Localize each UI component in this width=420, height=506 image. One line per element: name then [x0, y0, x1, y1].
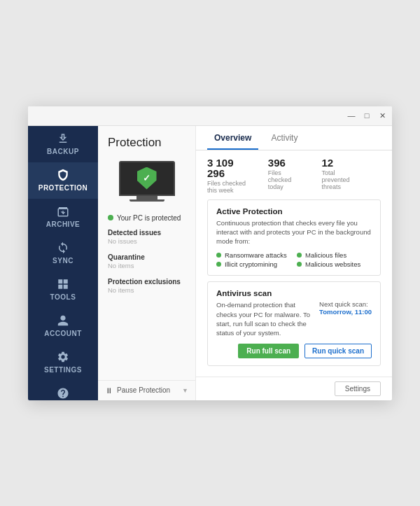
- sidebar-item-archive[interactable]: ARCHIVE: [28, 199, 98, 235]
- sidebar-item-backup-label: BACKUP: [47, 148, 79, 155]
- tools-icon: [55, 278, 71, 290]
- sidebar-item-sync[interactable]: SYNC: [28, 235, 98, 272]
- feature-malicious-websites-label: Malicious websites: [305, 260, 360, 268]
- stat-files-week-label: Files checked this week: [207, 180, 251, 194]
- sidebar-item-sync-label: SYNC: [52, 257, 74, 265]
- antivirus-scan-card: Antivirus scan On-demand protection that…: [207, 281, 381, 365]
- settings-icon: [55, 351, 71, 363]
- tab-overview[interactable]: Overview: [207, 126, 258, 150]
- status-text: Your PC is protected: [117, 214, 181, 222]
- bottom-bar: Settings: [196, 377, 392, 400]
- feature-dot: [216, 253, 221, 258]
- antivirus-scan-title: Antivirus scan: [216, 289, 372, 297]
- pause-label: Pause Protection: [117, 386, 178, 394]
- features-grid: Ransomware attacks Malicious files Illic…: [216, 251, 372, 268]
- sidebar-item-settings-label: SETTINGS: [44, 366, 82, 374]
- feature-malicious-websites: Malicious websites: [297, 260, 372, 268]
- sidebar-item-settings[interactable]: SETTINGS: [28, 344, 98, 381]
- settings-button[interactable]: Settings: [335, 381, 381, 396]
- backup-icon: [55, 132, 71, 145]
- active-protection-card: Active Protection Continuous protection …: [207, 199, 381, 276]
- sidebar: BACKUP PROTECTION ARCHIVE: [28, 126, 98, 400]
- chevron-down-icon: ▼: [182, 387, 188, 394]
- detected-issues-section: Detected issues No issues: [98, 223, 195, 248]
- stat-files-today-label: Files checked today: [268, 169, 305, 190]
- feature-malicious-files-label: Malicious files: [305, 251, 346, 259]
- sidebar-item-help[interactable]: HELP: [28, 381, 98, 400]
- feature-dot: [216, 262, 221, 267]
- maximize-button[interactable]: □: [361, 110, 372, 121]
- sidebar-item-protection[interactable]: PROTECTION: [28, 162, 98, 199]
- antivirus-next-scan: Next quick scan: Tomorrow, 11:00: [319, 300, 372, 316]
- sidebar-item-protection-label: PROTECTION: [38, 184, 88, 192]
- run-quick-scan-button[interactable]: Run quick scan: [304, 344, 372, 358]
- stat-prevented: 12 Total prevented threats: [321, 157, 364, 194]
- next-scan-time: Tomorrow, 11:00: [319, 308, 372, 316]
- feature-ransomware: Ransomware attacks: [216, 251, 291, 259]
- quarantine-sub: No items: [108, 262, 186, 269]
- detected-issues-sub: No issues: [108, 237, 186, 245]
- run-full-scan-button[interactable]: Run full scan: [238, 344, 299, 358]
- stat-files-today: 396 Files checked today: [268, 157, 305, 194]
- sidebar-item-account-label: account: [44, 330, 82, 337]
- antivirus-body: On-demand protection that checks your PC…: [216, 300, 372, 337]
- sidebar-item-tools-label: TooLs: [50, 293, 76, 301]
- account-icon: [55, 314, 71, 327]
- tabs-bar: Overview Activity: [196, 126, 392, 150]
- feature-ransomware-label: Ransomware attacks: [225, 251, 287, 259]
- feature-malicious-files: Malicious files: [297, 251, 372, 259]
- feature-cryptomining: Illicit cryptomining: [216, 260, 291, 268]
- monitor-illustration: ✓: [98, 157, 195, 210]
- next-scan-label: Next quick scan:: [319, 300, 372, 308]
- feature-dot: [297, 262, 302, 267]
- active-protection-title: Active Protection: [216, 207, 372, 216]
- stat-prevented-label: Total prevented threats: [321, 169, 364, 190]
- pause-icon: ⏸: [105, 386, 113, 395]
- stat-files-week-number: 3 109 296: [207, 157, 251, 178]
- status-row: Your PC is protected: [98, 210, 195, 223]
- tab-activity[interactable]: Activity: [264, 126, 304, 150]
- antivirus-buttons: Run full scan Run quick scan: [216, 344, 372, 358]
- sidebar-item-tools[interactable]: TooLs: [28, 272, 98, 308]
- exclusions-section: Protection exclusions No items: [98, 272, 195, 297]
- antivirus-description: On-demand protection that checks your PC…: [216, 300, 311, 337]
- feature-cryptomining-label: Illicit cryptomining: [225, 260, 277, 268]
- minimize-button[interactable]: —: [346, 110, 357, 121]
- sidebar-item-account[interactable]: account: [28, 308, 98, 344]
- stat-files-today-number: 396: [268, 157, 305, 168]
- title-bar: — □ ✕: [28, 106, 392, 126]
- close-button[interactable]: ✕: [377, 110, 388, 121]
- archive-icon: [55, 205, 71, 218]
- stat-prevented-number: 12: [321, 157, 364, 168]
- page-title: Protection: [98, 126, 195, 157]
- exclusions-sub: No items: [108, 286, 186, 294]
- main-panel: Protection ✓ Your PC is protec: [98, 126, 392, 400]
- help-icon: [55, 387, 71, 400]
- sidebar-item-backup[interactable]: BACKUP: [28, 126, 98, 162]
- quarantine-title: Quarantine: [108, 253, 186, 261]
- quarantine-section: Quarantine No items: [98, 248, 195, 272]
- pause-protection-button[interactable]: ⏸ Pause Protection ▼: [98, 380, 195, 400]
- left-panel: Protection ✓ Your PC is protec: [98, 126, 196, 400]
- sync-icon: [55, 241, 71, 254]
- content-area: Active Protection Continuous protection …: [196, 199, 392, 377]
- active-protection-desc: Continuous protection that checks every …: [216, 218, 372, 246]
- status-dot: [108, 215, 113, 220]
- shield-icon: [55, 169, 71, 181]
- detected-issues-title: Detected issues: [108, 229, 186, 237]
- exclusions-title: Protection exclusions: [108, 278, 186, 286]
- stats-row: 3 109 296 Files checked this week 396 Fi…: [196, 150, 392, 199]
- sidebar-item-archive-label: ARCHIVE: [46, 220, 80, 228]
- stat-files-week: 3 109 296 Files checked this week: [207, 157, 251, 194]
- right-panel: Overview Activity 3 109 296 Files checke…: [196, 126, 392, 400]
- feature-dot: [297, 253, 302, 258]
